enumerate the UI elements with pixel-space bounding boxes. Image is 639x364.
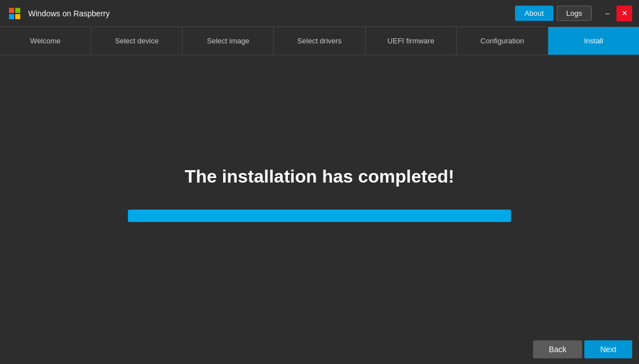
tab-install[interactable]: Install [548, 27, 639, 55]
tab-select-drivers[interactable]: Select drivers [274, 27, 365, 55]
title-bar-right: About Logs – ✕ [515, 6, 632, 21]
svg-rect-2 [9, 14, 14, 19]
app-icon [7, 6, 23, 21]
svg-rect-3 [15, 14, 20, 19]
minimize-button[interactable]: – [600, 6, 615, 21]
about-button[interactable]: About [515, 6, 553, 21]
logs-button[interactable]: Logs [557, 6, 592, 21]
close-button[interactable]: ✕ [616, 6, 632, 21]
back-button[interactable]: Back [533, 340, 582, 358]
tab-select-device[interactable]: Select device [91, 27, 183, 55]
svg-rect-1 [15, 8, 20, 13]
completion-message: The installation has completed! [185, 166, 454, 187]
app-title: Windows on Raspberry [28, 9, 110, 18]
title-bar-left: Windows on Raspberry [7, 6, 515, 21]
next-button[interactable]: Next [584, 340, 632, 358]
main-content: The installation has completed! [0, 55, 639, 332]
bottom-bar: Back Next [526, 335, 639, 364]
tab-select-image[interactable]: Select image [183, 27, 274, 55]
title-bar: Windows on Raspberry About Logs – ✕ [0, 0, 639, 27]
tab-welcome[interactable]: Welcome [0, 27, 91, 55]
progress-container [128, 210, 511, 222]
nav-bar: Welcome Select device Select image Selec… [0, 27, 639, 55]
window-controls: – ✕ [600, 6, 632, 21]
progress-bar [128, 210, 511, 222]
tab-uefi-firmware[interactable]: UEFI firmware [366, 27, 457, 55]
tab-configuration[interactable]: Configuration [457, 27, 548, 55]
svg-rect-0 [9, 8, 14, 13]
